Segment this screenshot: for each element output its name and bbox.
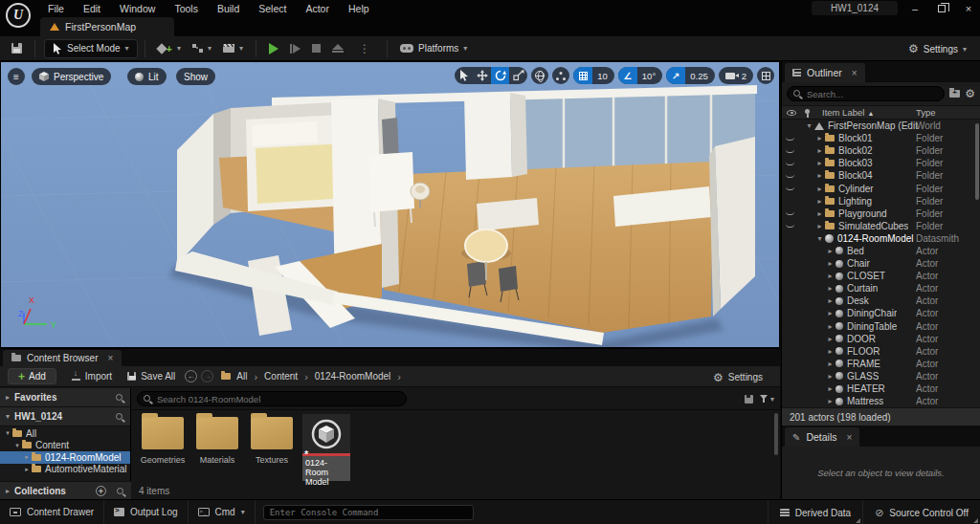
visibility-cell[interactable] — [782, 224, 797, 228]
expander-icon[interactable]: ▾ — [4, 429, 11, 437]
menu-tools[interactable]: Tools — [165, 0, 208, 17]
tree-item-0124-roommodel[interactable]: ▸0124-RoomModel — [0, 451, 130, 464]
frame-skip-button[interactable] — [284, 39, 306, 58]
visibility-cell[interactable] — [782, 174, 797, 178]
asset-tile-folder[interactable]: Materials — [193, 414, 241, 481]
breadcrumb-content[interactable]: Content — [264, 371, 298, 382]
project-section-header[interactable]: ▾ HW1_0124 — [0, 407, 130, 426]
expander-icon[interactable]: ▸ — [826, 384, 835, 393]
stop-button[interactable] — [306, 39, 326, 58]
close-button[interactable]: × — [963, 3, 974, 14]
outliner-row[interactable]: ▸FRAMEActor — [782, 358, 980, 370]
show-dropdown[interactable]: Show — [176, 68, 215, 85]
add-collection-icon[interactable]: + — [96, 486, 106, 496]
forward-button[interactable]: → — [201, 370, 213, 382]
content-browser-settings-button[interactable]: ⚙ Settings — [705, 369, 770, 385]
expander-icon[interactable]: ▸ — [826, 284, 835, 293]
asset-tile-folder[interactable]: Textures — [248, 414, 296, 481]
expander-icon[interactable]: ▸ — [826, 347, 835, 356]
outliner-row[interactable]: ▸Block02Folder — [782, 144, 980, 157]
rotation-snap-control[interactable]: ∠ 10° — [618, 67, 662, 84]
type-column-header[interactable]: Type — [916, 107, 936, 118]
outliner-row[interactable]: ▸BedActor — [782, 245, 980, 257]
expander-icon[interactable]: ▸ — [815, 134, 824, 142]
expander-icon[interactable]: ▸ — [826, 372, 835, 381]
add-button[interactable]: + Add — [8, 368, 56, 384]
expander-icon[interactable]: ▸ — [826, 296, 835, 305]
outliner-search-input[interactable] — [787, 86, 945, 101]
outliner-row[interactable]: ▸FLOORActor — [782, 345, 980, 358]
outliner-row[interactable]: ▸PlaygroundFolder — [782, 207, 980, 220]
visibility-cell[interactable] — [782, 186, 797, 190]
cinematics-button[interactable]: ▾ — [217, 39, 249, 58]
expander-icon[interactable]: ▸ — [826, 335, 835, 343]
save-all-button[interactable]: Save All — [120, 368, 183, 384]
menu-build[interactable]: Build — [208, 0, 249, 17]
viewport-3d[interactable]: ≡ Perspective Lit Show 10 — [0, 61, 780, 348]
add-actor-button[interactable]: + ▾ — [152, 39, 187, 58]
expander-icon[interactable]: ▸ — [815, 146, 824, 155]
menu-actor[interactable]: Actor — [296, 0, 339, 17]
outliner-row[interactable]: ▸ChairActor — [782, 257, 980, 270]
visibility-cell[interactable] — [782, 149, 797, 153]
outliner-row[interactable]: ▸DOORActor — [782, 333, 980, 345]
view-mode-dropdown[interactable]: Lit — [127, 68, 167, 85]
menu-edit[interactable]: Edit — [74, 0, 110, 17]
expander-icon[interactable]: ▸ — [815, 185, 824, 193]
outliner-row[interactable]: ▾FirstPersonMap (EditWorld — [782, 120, 980, 132]
outliner-row[interactable]: ▸CLOSETActor — [782, 270, 980, 282]
expander-icon[interactable]: ▸ — [815, 159, 824, 167]
outliner-row[interactable]: ▸Block01Folder — [782, 132, 980, 144]
tree-item-all[interactable]: ▾All — [0, 427, 130, 440]
cmd-dropdown[interactable]: Cmd ▾ — [189, 500, 256, 524]
world-local-toggle[interactable] — [531, 67, 548, 84]
tree-item-content[interactable]: ▾Content — [0, 440, 130, 452]
asset-search-input[interactable] — [137, 391, 407, 406]
close-icon[interactable]: × — [847, 432, 853, 443]
item-label-column-header[interactable]: Item Label▲ — [822, 107, 874, 118]
breadcrumb-0124-roommodel[interactable]: 0124-RoomModel — [315, 371, 391, 382]
close-icon[interactable]: × — [107, 353, 113, 363]
asset-view-scrollbar[interactable] — [774, 413, 778, 455]
blueprints-button[interactable]: ▾ — [187, 39, 217, 58]
save-search-icon[interactable] — [745, 395, 753, 404]
settings-dropdown[interactable]: ⚙ Settings ▾ — [902, 39, 972, 58]
outliner-scrollbar[interactable] — [975, 123, 979, 200]
select-tool-button[interactable] — [455, 67, 473, 84]
expander-icon[interactable]: ▸ — [826, 360, 835, 368]
import-button[interactable]: Import — [64, 368, 120, 384]
close-icon[interactable]: × — [852, 68, 858, 78]
select-mode-dropdown[interactable]: Select Mode ▾ — [44, 39, 138, 58]
visibility-column-eye-icon[interactable] — [787, 110, 796, 116]
outliner-row[interactable]: ▸Block04Folder — [782, 169, 980, 182]
camera-speed-control[interactable]: 2 — [719, 67, 753, 84]
collections-section-header[interactable]: ▸ Collections + — [0, 481, 131, 500]
move-tool-button[interactable] — [473, 67, 491, 84]
eject-button[interactable] — [326, 39, 349, 58]
expander-icon[interactable]: ▸ — [815, 209, 824, 218]
outliner-row[interactable]: ▸CylinderFolder — [782, 182, 980, 194]
scale-tool-button[interactable] — [509, 67, 527, 84]
outliner-row[interactable]: ▸Block03Folder — [782, 157, 980, 169]
menu-file[interactable]: File — [38, 0, 74, 17]
asset-tile-folder[interactable]: Geometries — [139, 414, 187, 481]
outliner-row[interactable]: ▸DiningTableActor — [782, 320, 980, 333]
outliner-row[interactable]: ▸HEATERActor — [782, 382, 980, 395]
expander-icon[interactable]: ▾ — [805, 121, 813, 130]
search-icon[interactable] — [116, 413, 122, 420]
rotate-tool-button[interactable] — [491, 67, 509, 84]
expander-icon[interactable]: ▸ — [23, 466, 31, 473]
play-button[interactable] — [263, 39, 284, 58]
expander-icon[interactable]: ▸ — [815, 171, 824, 180]
expander-icon[interactable]: ▸ — [826, 259, 835, 268]
output-log-button[interactable]: Output Log — [104, 500, 188, 524]
grid-snap-control[interactable]: 10 — [573, 67, 614, 84]
outliner-row[interactable]: ▸MattressActor — [782, 395, 980, 407]
expander-icon[interactable]: ▾ — [13, 442, 21, 449]
expander-icon[interactable]: ▾ — [815, 234, 824, 243]
expander-icon[interactable]: ▸ — [826, 247, 835, 255]
tab-firstpersonmap[interactable]: FirstPersonMap — [40, 17, 174, 36]
play-options-button[interactable]: ⋮ — [349, 39, 380, 58]
scale-snap-control[interactable]: ↗ 0.25 — [666, 67, 715, 84]
perspective-dropdown[interactable]: Perspective — [32, 68, 111, 85]
